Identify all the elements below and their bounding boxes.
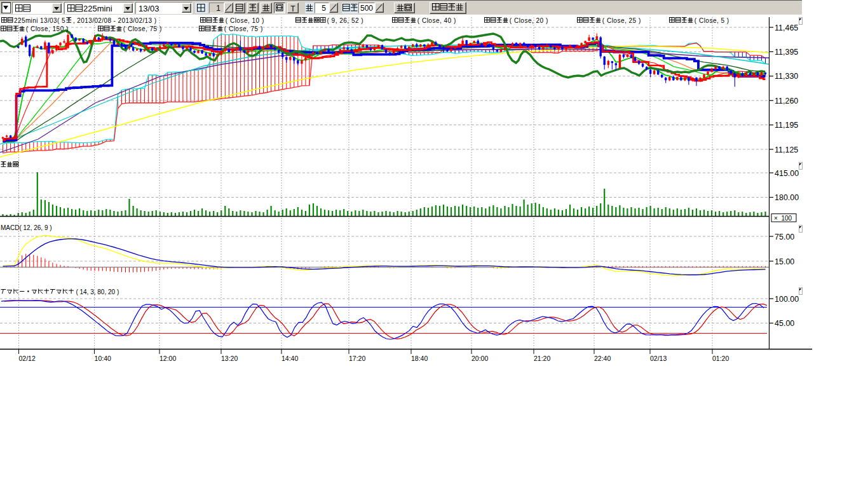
svg-text:01:20: 01:20 <box>712 355 729 362</box>
svg-text:( Close, 25 ): ( Close, 25 ) <box>602 17 641 24</box>
svg-text:( 14, 3, 80, 20 ): ( 14, 3, 80, 20 ) <box>76 288 119 295</box>
svg-text:21:20: 21:20 <box>534 355 550 362</box>
svg-text:× 100: × 100 <box>774 215 792 222</box>
svg-text:, 2013/02/08 - 2013/02/13 ): , 2013/02/08 - 2013/02/13 ) <box>73 17 156 24</box>
svg-text:180.00: 180.00 <box>775 193 799 202</box>
svg-text:100.00: 100.00 <box>775 295 799 304</box>
svg-text:15.00: 15.00 <box>775 257 794 266</box>
svg-text:( Close, 40 ): ( Close, 40 ) <box>417 17 456 24</box>
svg-text:( Close, 5 ): ( Close, 5 ) <box>695 17 729 24</box>
svg-text:MACD( 12, 26, 9 ): MACD( 12, 26, 9 ) <box>1 224 52 231</box>
svg-text:18:40: 18:40 <box>411 355 428 362</box>
svg-text:13:20: 13:20 <box>221 355 238 362</box>
svg-text:11,465: 11,465 <box>775 24 798 32</box>
svg-text:22:40: 22:40 <box>594 355 611 362</box>
svg-text:11,395: 11,395 <box>775 48 798 57</box>
svg-text:11,125: 11,125 <box>775 146 798 154</box>
svg-text:( Close, 20 ): ( Close, 20 ) <box>510 17 548 24</box>
svg-text:45.00: 45.00 <box>775 319 794 328</box>
svg-text:415.00: 415.00 <box>775 169 799 178</box>
svg-text:14:40: 14:40 <box>281 355 298 362</box>
svg-text:17:20: 17:20 <box>349 355 365 362</box>
svg-text:02/12: 02/12 <box>19 355 36 362</box>
svg-text:( Close, 75 ): ( Close, 75 ) <box>224 25 263 32</box>
svg-text:11,330: 11,330 <box>775 72 798 81</box>
svg-text:225mini 13/03( 5: 225mini 13/03( 5 <box>14 17 65 24</box>
svg-text:11,260: 11,260 <box>775 97 798 105</box>
svg-text:( Close, 75 ): ( Close, 75 ) <box>123 25 162 32</box>
svg-text:10:40: 10:40 <box>95 355 111 362</box>
svg-text:75.00: 75.00 <box>775 233 794 241</box>
svg-text:( Close, 150 ): ( Close, 150 ) <box>26 25 69 32</box>
svg-text:( 9, 26, 52 ): ( 9, 26, 52 ) <box>327 17 364 24</box>
svg-text:( Close, 10 ): ( Close, 10 ) <box>226 17 264 24</box>
svg-text:02/13: 02/13 <box>650 355 667 362</box>
svg-text:11,195: 11,195 <box>775 121 798 130</box>
svg-text:20:00: 20:00 <box>471 355 488 362</box>
svg-text:12:00: 12:00 <box>159 355 176 362</box>
